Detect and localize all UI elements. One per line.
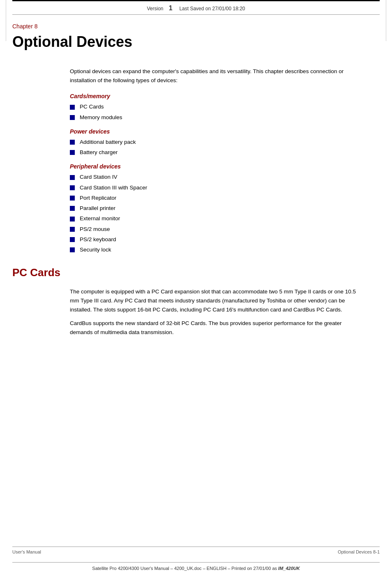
page-wrapper: Version 1 Last Saved on 27/01/00 18:20 C… — [0, 0, 392, 579]
bullet-icon — [70, 185, 75, 190]
list-item: Additional battery pack — [70, 138, 363, 146]
bottom-bar: Satellite Pro 4200/4300 User's Manual – … — [12, 562, 380, 571]
peripheral-devices-list: Card Station IV Card Station III with Sp… — [70, 173, 363, 254]
intro-paragraph: Optional devices can expand the computer… — [70, 67, 363, 85]
pc-cards-paragraph-2: CardBus supports the new standard of 32-… — [70, 319, 363, 337]
page-footer: User's Manual Optional Devices 8-1 — [12, 547, 380, 554]
footer-left: User's Manual — [12, 549, 41, 554]
list-item: Security lock — [70, 246, 363, 254]
left-border-decoration — [0, 0, 6, 41]
version-header: Version 1 Last Saved on 27/01/00 18:20 — [12, 1, 380, 15]
pc-cards-title: PC Cards — [12, 266, 380, 279]
footer-right: Optional Devices 8-1 — [338, 549, 380, 554]
bullet-icon — [70, 227, 75, 232]
bullet-icon — [70, 150, 75, 155]
bullet-icon — [70, 115, 75, 120]
right-border-decoration — [386, 0, 392, 41]
content-block: Optional devices can expand the computer… — [70, 67, 363, 254]
cards-memory-heading: Cards/memory — [70, 93, 363, 99]
list-item: Battery charger — [70, 148, 363, 157]
version-number: 1 — [169, 5, 173, 12]
power-devices-heading: Power devices — [70, 128, 363, 135]
list-item: PC Cards — [70, 103, 363, 111]
bullet-icon — [70, 140, 75, 145]
chapter-title: Optional Devices — [12, 33, 380, 51]
bullet-icon — [70, 237, 75, 242]
list-item: External monitor — [70, 215, 363, 223]
power-devices-list: Additional battery pack Battery charger — [70, 138, 363, 157]
cards-memory-list: PC Cards Memory modules — [70, 103, 363, 122]
main-content: Chapter 8 Optional Devices Optional devi… — [12, 15, 380, 337]
bullet-icon — [70, 105, 75, 110]
bottom-bar-bold: IM_420UK — [278, 566, 300, 571]
bullet-icon — [70, 206, 75, 211]
list-item: PS/2 mouse — [70, 225, 363, 233]
version-label: Version — [147, 6, 163, 12]
bullet-icon — [70, 217, 75, 221]
list-item: Card Station III with Spacer — [70, 184, 363, 192]
list-item: Parallel printer — [70, 204, 363, 212]
last-saved-text: Last Saved on 27/01/00 18:20 — [179, 6, 245, 12]
pc-cards-paragraph-1: The computer is equipped with a PC Card … — [70, 287, 363, 314]
bullet-icon — [70, 175, 75, 180]
bottom-bar-text: Satellite Pro 4200/4300 User's Manual – … — [92, 566, 278, 571]
list-item: PS/2 keyboard — [70, 235, 363, 244]
bullet-icon — [70, 196, 75, 201]
list-item: Port Replicator — [70, 194, 363, 202]
list-item: Card Station IV — [70, 173, 363, 181]
bullet-icon — [70, 247, 75, 252]
pc-cards-body: The computer is equipped with a PC Card … — [70, 287, 363, 337]
list-item: Memory modules — [70, 113, 363, 122]
chapter-label: Chapter 8 — [12, 23, 380, 30]
peripheral-devices-heading: Peripheral devices — [70, 163, 363, 170]
